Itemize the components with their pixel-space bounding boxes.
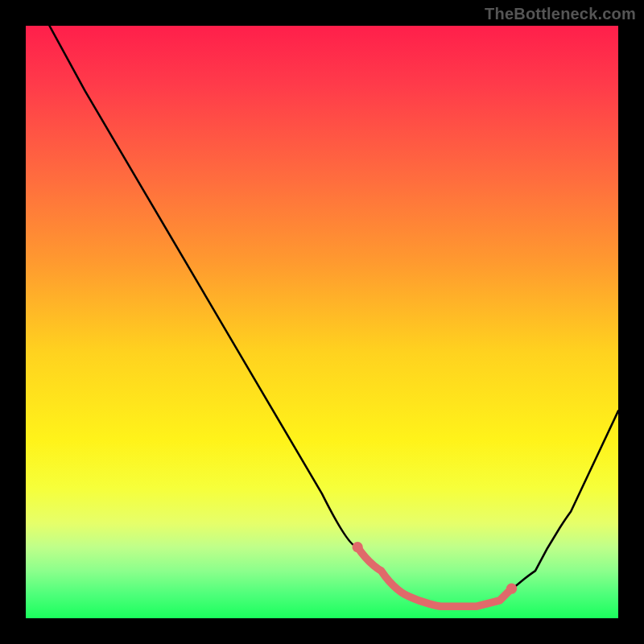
highlight-end-dot — [506, 584, 517, 594]
bottleneck-highlight-path — [357, 547, 511, 607]
plot-area — [26, 26, 618, 618]
watermark-text: TheBottleneck.com — [485, 5, 636, 23]
chart-frame: TheBottleneck.com — [0, 0, 644, 644]
bottleneck-curve-path — [49, 26, 618, 606]
highlight-start-dot — [353, 542, 363, 552]
curve-svg — [26, 26, 618, 618]
